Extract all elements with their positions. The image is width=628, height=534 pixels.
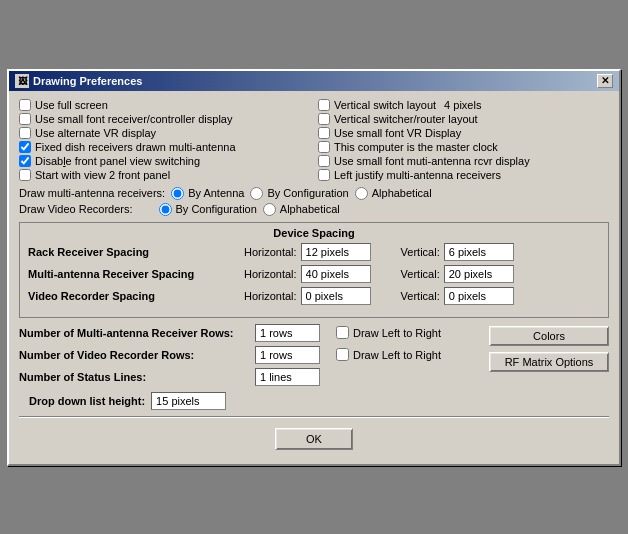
title-icon: 🖼	[15, 74, 29, 88]
draw-lr-multi-label: Draw Left to Right	[353, 327, 441, 339]
radio-vr-alphabetical[interactable]: Alphabetical	[263, 203, 342, 216]
radio-row-video-recorders: Draw Video Recorders: By Configuration A…	[19, 203, 609, 216]
multi-receiver-rows-label: Number of Multi-antenna Receiver Rows:	[19, 327, 249, 339]
checkbox-fixed-dish[interactable]: Fixed dish receivers drawn multi-antenna	[19, 141, 310, 153]
colors-button[interactable]: Colors	[489, 326, 609, 346]
vr-vert-label: Vertical:	[401, 290, 440, 302]
device-spacing-title: Device Spacing	[28, 227, 600, 239]
ok-section: OK	[19, 428, 609, 456]
checkbox-small-font-multi-input[interactable]	[318, 155, 330, 167]
checkbox-left-justify-label: Left justify multi-antenna receivers	[334, 169, 501, 181]
bottom-right-section: Colors RF Matrix Options	[489, 326, 609, 372]
checkbox-use-full-screen[interactable]: Use full screen	[19, 99, 310, 111]
radio-multi-antenna-alphabetical[interactable]: Alphabetical	[355, 187, 434, 200]
checkbox-master-clock-label: This computer is the master clock	[334, 141, 498, 153]
radio-by-antenna-label: By Antenna	[188, 187, 244, 199]
radio-vr-by-config-input[interactable]	[159, 203, 172, 216]
rack-horiz-label: Horizontal:	[244, 246, 297, 258]
multi-vert-label: Vertical:	[401, 268, 440, 280]
multi-horiz-label: Horizontal:	[244, 268, 297, 280]
multi-antenna-spacing-row: Multi-antenna Receiver Spacing Horizonta…	[28, 265, 600, 283]
checkbox-use-full-screen-label: Use full screen	[35, 99, 108, 111]
rack-vert-label: Vertical:	[401, 246, 440, 258]
checkbox-view2-label: Start with view 2 front panel	[35, 169, 170, 181]
multi-receiver-rows-input[interactable]	[255, 324, 320, 342]
checkbox-small-font-vr-input[interactable]	[318, 127, 330, 139]
checkbox-small-font[interactable]: Use small font receiver/controller displ…	[19, 113, 310, 125]
radio-video-recorders-label: Draw Video Recorders:	[19, 203, 133, 215]
radio-vr-alphabetical-label: Alphabetical	[280, 203, 340, 215]
checkbox-view2[interactable]: Start with view 2 front panel	[19, 169, 310, 181]
rack-vert-input[interactable]	[444, 243, 514, 261]
window-title: Drawing Preferences	[33, 75, 142, 87]
rack-receiver-label: Rack Receiver Spacing	[28, 246, 238, 258]
draw-lr-multi-checkbox[interactable]	[336, 326, 349, 339]
radio-by-config-input[interactable]	[250, 187, 263, 200]
drawing-preferences-dialog: 🖼 Drawing Preferences ✕ Use full screen …	[7, 69, 621, 466]
checkbox-fixed-dish-label: Fixed dish receivers drawn multi-antenna	[35, 141, 236, 153]
radio-vr-by-config-label: By Configuration	[176, 203, 257, 215]
checkbox-vertical-switch[interactable]: Vertical switch layout 4 pixels	[318, 99, 609, 111]
checkbox-use-full-screen-input[interactable]	[19, 99, 31, 111]
drop-down-height-input[interactable]	[151, 392, 226, 410]
checkbox-master-clock[interactable]: This computer is the master clock	[318, 141, 609, 153]
radio-multi-antenna-by-config[interactable]: By Configuration	[250, 187, 350, 200]
multi-horiz-input[interactable]	[301, 265, 371, 283]
multi-vert-input[interactable]	[444, 265, 514, 283]
vertical-switch-pixels: 4 pixels	[444, 99, 481, 111]
video-recorder-rows-row: Number of Video Recorder Rows: Draw Left…	[19, 346, 479, 364]
checkbox-master-clock-input[interactable]	[318, 141, 330, 153]
radio-row-multi-antenna: Draw multi-antenna receivers: By Antenna…	[19, 187, 609, 200]
radio-alphabetical-input[interactable]	[355, 187, 368, 200]
radio-multi-antenna-by-antenna[interactable]: By Antenna	[171, 187, 246, 200]
checkbox-small-font-vr-label: Use small font VR Display	[334, 127, 461, 139]
rf-matrix-button[interactable]: RF Matrix Options	[489, 352, 609, 372]
checkbox-small-font-multi[interactable]: Use small font muti-antenna rcvr display	[318, 155, 609, 167]
checkbox-small-font-multi-label: Use small font muti-antenna rcvr display	[334, 155, 530, 167]
radio-by-config-label: By Configuration	[267, 187, 348, 199]
checkbox-left-justify-input[interactable]	[318, 169, 330, 181]
checkbox-vertical-switch-label: Vertical switch layout	[334, 99, 436, 111]
checkbox-view2-input[interactable]	[19, 169, 31, 181]
radio-multi-antenna-label: Draw multi-antenna receivers:	[19, 187, 165, 199]
checkbox-vertical-switch-input[interactable]	[318, 99, 330, 111]
bottom-left-section: Number of Multi-antenna Receiver Rows: D…	[19, 324, 479, 410]
checkbox-vertical-switcher-input[interactable]	[318, 113, 330, 125]
draw-lr-multi[interactable]: Draw Left to Right	[336, 326, 441, 339]
drop-down-height-row: Drop down list height:	[19, 392, 479, 410]
vr-horiz-label: Horizontal:	[244, 290, 297, 302]
radio-alphabetical-label: Alphabetical	[372, 187, 432, 199]
checkbox-disable-front[interactable]: Disable front panel view switching	[19, 155, 310, 167]
rack-receiver-spacing-row: Rack Receiver Spacing Horizontal: Vertic…	[28, 243, 600, 261]
checkbox-left-justify[interactable]: Left justify multi-antenna receivers	[318, 169, 609, 181]
checkbox-alt-vr-input[interactable]	[19, 127, 31, 139]
vr-horiz-input[interactable]	[301, 287, 371, 305]
drop-down-height-label: Drop down list height:	[29, 395, 145, 407]
ok-button[interactable]: OK	[275, 428, 353, 450]
vr-vert-input[interactable]	[444, 287, 514, 305]
multi-receiver-rows-row: Number of Multi-antenna Receiver Rows: D…	[19, 324, 479, 342]
status-lines-input[interactable]	[255, 368, 320, 386]
draw-lr-video-checkbox[interactable]	[336, 348, 349, 361]
checkbox-vertical-switcher-label: Vertical switcher/router layout	[334, 113, 478, 125]
device-spacing-box: Device Spacing Rack Receiver Spacing Hor…	[19, 222, 609, 318]
checkbox-fixed-dish-input[interactable]	[19, 141, 31, 153]
radio-by-antenna-input[interactable]	[171, 187, 184, 200]
radio-vr-alphabetical-input[interactable]	[263, 203, 276, 216]
video-recorder-rows-input[interactable]	[255, 346, 320, 364]
rack-horiz-input[interactable]	[301, 243, 371, 261]
status-lines-label: Number of Status Lines:	[19, 371, 249, 383]
status-lines-row: Number of Status Lines:	[19, 368, 479, 386]
checkbox-alt-vr[interactable]: Use alternate VR display	[19, 127, 310, 139]
draw-lr-video[interactable]: Draw Left to Right	[336, 348, 441, 361]
separator	[19, 416, 609, 418]
close-button[interactable]: ✕	[597, 74, 613, 88]
checkbox-small-font-vr[interactable]: Use small font VR Display	[318, 127, 609, 139]
checkbox-disable-front-label: Disable front panel view switching	[35, 155, 200, 167]
multi-antenna-spacing-label: Multi-antenna Receiver Spacing	[28, 268, 238, 280]
checkbox-disable-front-input[interactable]	[19, 155, 31, 167]
draw-lr-video-label: Draw Left to Right	[353, 349, 441, 361]
checkbox-vertical-switcher[interactable]: Vertical switcher/router layout	[318, 113, 609, 125]
checkbox-small-font-input[interactable]	[19, 113, 31, 125]
radio-vr-by-config[interactable]: By Configuration	[159, 203, 259, 216]
